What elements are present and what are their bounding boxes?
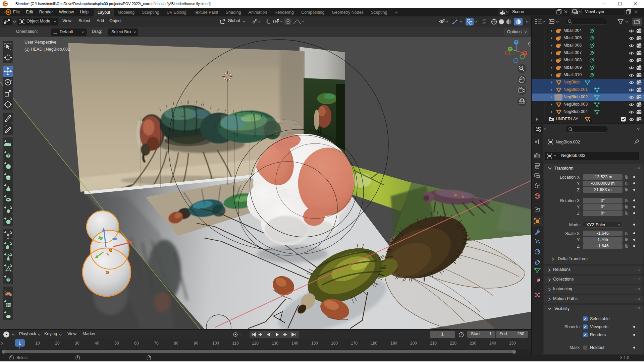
svg-text:2: 2: [589, 120, 590, 123]
svg-text:Y: Y: [509, 47, 511, 51]
svg-text:200: 200: [410, 341, 417, 346]
svg-text:240: 240: [489, 341, 496, 346]
svg-text:130: 130: [272, 341, 278, 346]
svg-text:90: 90: [194, 341, 198, 346]
svg-text:230: 230: [470, 341, 476, 346]
svg-text:50: 50: [114, 341, 119, 346]
svg-text:(1) HEAD | NegBlob.002: (1) HEAD | NegBlob.002: [24, 47, 70, 52]
svg-text:100: 100: [212, 341, 219, 346]
svg-text:30: 30: [75, 341, 79, 346]
svg-text:80: 80: [174, 341, 178, 346]
svg-text:60: 60: [134, 341, 139, 346]
svg-text:120: 120: [252, 341, 259, 346]
svg-text:210: 210: [430, 341, 437, 346]
svg-text:40: 40: [95, 341, 99, 346]
svg-text:190: 190: [390, 341, 397, 346]
svg-text:70: 70: [154, 341, 159, 346]
svg-text:250: 250: [509, 341, 516, 346]
svg-text:170: 170: [351, 341, 358, 346]
svg-text:220: 220: [450, 341, 457, 346]
svg-text:User Perspective: User Perspective: [24, 40, 56, 45]
svg-text:20: 20: [55, 341, 60, 346]
svg-text:1: 1: [19, 341, 21, 346]
svg-text:10: 10: [35, 341, 40, 346]
svg-text:X: X: [524, 52, 526, 55]
svg-text:150: 150: [311, 341, 318, 346]
svg-text:110: 110: [232, 341, 238, 346]
svg-text:140: 140: [291, 341, 298, 346]
svg-text:180: 180: [371, 341, 377, 346]
svg-text:160: 160: [331, 341, 338, 346]
svg-text:Z: Z: [515, 41, 517, 44]
